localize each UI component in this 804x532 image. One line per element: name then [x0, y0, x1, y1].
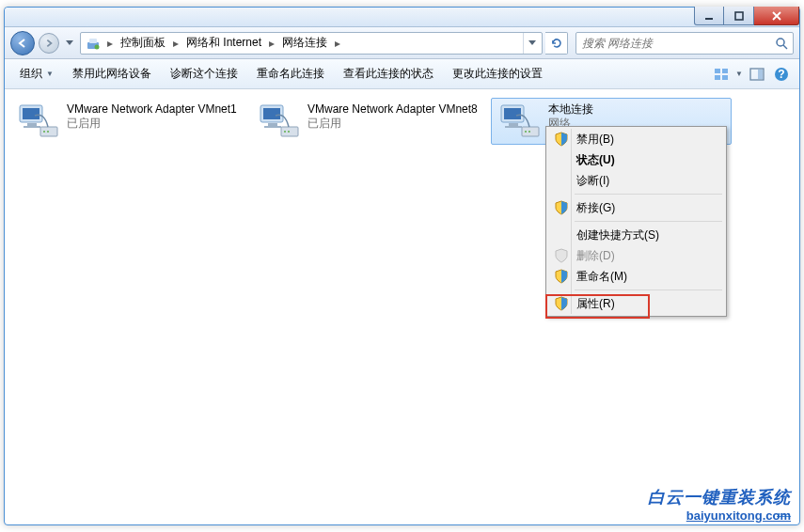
address-bar[interactable]: ▸ 控制面板 ▸ 网络和 Internet ▸ 网络连接 ▸ [80, 32, 543, 55]
help-button[interactable]: ? [771, 64, 792, 85]
ctx-status[interactable]: 状态(U) [548, 149, 724, 170]
svg-text:?: ? [778, 68, 784, 81]
minimize-button[interactable] [694, 7, 724, 25]
svg-rect-7 [722, 69, 728, 73]
organize-label: 组织 [20, 66, 42, 82]
disable-device-button[interactable]: 禁用此网络设备 [65, 62, 159, 86]
ctx-disable[interactable]: 禁用(B) [548, 129, 724, 149]
identify-link[interactable]: ... [777, 500, 791, 520]
svg-rect-6 [715, 69, 720, 73]
svg-point-20 [47, 131, 49, 133]
chevron-down-icon: ▼ [46, 70, 54, 78]
breadcrumb[interactable]: 控制面板 [117, 35, 169, 51]
svg-point-34 [528, 131, 530, 133]
search-icon[interactable] [770, 33, 793, 54]
location-icon [85, 35, 102, 52]
svg-rect-30 [509, 123, 518, 126]
view-dropdown[interactable]: ▼ [735, 70, 743, 78]
shield-icon [552, 267, 571, 286]
ctx-properties[interactable]: 属性(R) [548, 293, 724, 314]
svg-rect-16 [27, 123, 37, 126]
separator [575, 221, 722, 222]
adapter-status: 已启用 [307, 117, 484, 131]
svg-point-26 [284, 131, 286, 133]
svg-rect-31 [505, 126, 522, 128]
svg-rect-17 [24, 126, 40, 128]
search-box[interactable] [575, 32, 794, 55]
ctx-label: 桥接(G) [576, 200, 615, 216]
adapter-icon [497, 102, 543, 140]
chevron-right-icon[interactable]: ▸ [103, 33, 117, 54]
refresh-button[interactable] [545, 32, 568, 55]
svg-rect-8 [715, 75, 720, 80]
ctx-bridge[interactable]: 桥接(G) [548, 197, 724, 218]
preview-pane-button[interactable] [747, 64, 767, 85]
rename-button[interactable]: 重命名此连接 [249, 62, 332, 86]
chevron-right-icon[interactable]: ▸ [265, 33, 278, 54]
svg-point-4 [95, 44, 100, 49]
ctx-shortcut[interactable]: 创建快捷方式(S) [548, 225, 724, 245]
close-button[interactable] [754, 7, 799, 25]
ctx-rename[interactable]: 重命名(M) [548, 266, 724, 287]
back-button[interactable] [10, 31, 35, 55]
svg-point-5 [777, 39, 784, 46]
change-settings-button[interactable]: 更改此连接的设置 [445, 62, 550, 86]
svg-rect-9 [722, 75, 728, 80]
ctx-label: 状态(U) [576, 152, 615, 168]
adapter-name: VMware Network Adapter VMnet1 [67, 102, 244, 117]
search-input[interactable] [576, 37, 770, 50]
separator [575, 194, 722, 195]
adapter-name: 本地连接 [548, 102, 725, 117]
svg-rect-11 [758, 70, 763, 79]
context-menu: 禁用(B) 状态(U) 诊断(I) 桥接(G) 创建快捷方式(S) 删除(D) … [545, 126, 727, 317]
breadcrumb[interactable]: 网络和 Internet [182, 35, 265, 51]
ctx-diagnose[interactable]: 诊断(I) [548, 170, 724, 191]
svg-rect-3 [89, 39, 97, 43]
shield-icon [552, 294, 571, 313]
forward-button[interactable] [39, 33, 59, 54]
organize-menu[interactable]: 组织▼ [12, 62, 61, 86]
svg-rect-22 [263, 108, 280, 119]
svg-rect-0 [705, 18, 713, 20]
shield-icon [552, 246, 571, 265]
svg-rect-23 [268, 123, 277, 126]
network-adapter-item[interactable]: VMware Network Adapter VMnet1 已启用 [9, 98, 250, 145]
adapter-icon [257, 102, 302, 140]
chevron-right-icon[interactable]: ▸ [331, 33, 344, 54]
svg-point-27 [288, 131, 290, 133]
maximize-button[interactable] [724, 7, 754, 25]
svg-point-19 [43, 131, 45, 133]
view-status-button[interactable]: 查看此连接的状态 [336, 62, 441, 86]
ctx-label: 属性(R) [576, 296, 615, 312]
ctx-label: 禁用(B) [576, 132, 614, 148]
svg-rect-1 [735, 12, 743, 20]
chevron-right-icon[interactable]: ▸ [169, 33, 182, 54]
ctx-delete: 删除(D) [548, 245, 724, 266]
shield-icon [552, 130, 571, 149]
titlebar [5, 8, 799, 27]
command-bar: 组织▼ 禁用此网络设备 诊断这个连接 重命名此连接 查看此连接的状态 更改此连接… [5, 59, 799, 89]
network-adapter-item[interactable]: VMware Network Adapter VMnet8 已启用 [250, 98, 491, 145]
address-dropdown[interactable] [523, 33, 540, 54]
navigation-bar: ▸ 控制面板 ▸ 网络和 Internet ▸ 网络连接 ▸ [5, 27, 799, 59]
adapter-status: 已启用 [67, 117, 244, 131]
ctx-label: 创建快捷方式(S) [576, 227, 659, 243]
diagnose-button[interactable]: 诊断这个连接 [163, 62, 245, 86]
separator [575, 289, 722, 290]
svg-rect-29 [504, 108, 521, 119]
ctx-label: 删除(D) [576, 248, 615, 264]
adapter-icon [16, 102, 61, 140]
nav-history-dropdown[interactable] [63, 33, 76, 54]
shield-icon [552, 198, 571, 217]
svg-rect-15 [23, 108, 39, 119]
svg-point-33 [525, 131, 527, 133]
ctx-label: 重命名(M) [576, 269, 627, 285]
ctx-label: 诊断(I) [576, 173, 609, 189]
breadcrumb[interactable]: 网络连接 [278, 35, 331, 51]
adapter-name: VMware Network Adapter VMnet8 [307, 102, 484, 117]
view-options-button[interactable] [711, 64, 732, 85]
svg-rect-24 [264, 126, 281, 128]
